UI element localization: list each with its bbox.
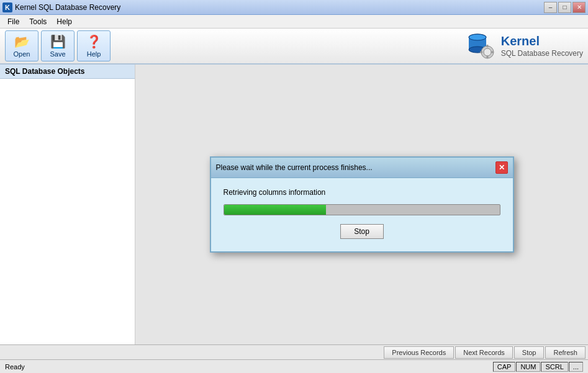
sidebar: SQL Database Objects [0,65,135,344]
logo-subtitle-text: SQL Database Recovery [501,49,583,59]
save-icon: 💾 [50,34,66,49]
logo-icon [465,31,495,61]
app-icon: K [2,2,12,12]
num-indicator: NUM [516,362,540,372]
previous-records-button[interactable]: Previous Records [384,346,454,359]
svg-point-3 [469,34,486,40]
menu-tools[interactable]: Tools [24,16,52,27]
status-text: Ready [5,363,25,371]
modal-message: Retrieving columns information [224,188,500,197]
close-button[interactable]: ✕ [572,2,586,13]
toolbar: 📂 Open 💾 Save ❓ Help [0,29,588,65]
refresh-button[interactable]: Refresh [545,346,586,359]
open-icon: 📂 [14,34,30,49]
modal-close-button[interactable]: ✕ [495,161,508,174]
svg-rect-7 [486,56,488,58]
modal-body: Retrieving columns information Stop [211,178,513,251]
modal-stop-button[interactable]: Stop [340,224,384,239]
minimize-button[interactable]: – [544,2,557,13]
maximize-button[interactable]: □ [558,2,571,13]
modal-title-bar: Please wait while the current process fi… [211,158,513,178]
menu-bar: File Tools Help [0,15,588,29]
status-bar: Ready CAP NUM SCRL ... [0,359,588,373]
modal-dialog: Please wait while the current process fi… [210,156,514,253]
status-indicators: CAP NUM SCRL ... [493,362,583,372]
cap-indicator: CAP [493,362,516,372]
menu-help[interactable]: Help [52,16,77,27]
svg-rect-8 [480,52,482,53]
svg-rect-9 [491,52,494,53]
extra-indicator: ... [569,362,583,372]
app-logo-text: Kernel SQL Database Recovery [501,33,583,59]
svg-rect-6 [486,45,488,47]
svg-point-5 [484,48,491,56]
sidebar-header: SQL Database Objects [0,65,135,79]
title-controls: – □ ✕ [544,2,586,13]
window-title: Kernel SQL Database Recovery [15,3,120,12]
open-button[interactable]: 📂 Open [5,30,38,61]
help-button[interactable]: ❓ Help [77,30,111,61]
save-button[interactable]: 💾 Save [41,30,75,61]
app-logo: Kernel SQL Database Recovery [465,31,583,61]
progress-bar-container [224,204,500,215]
progress-bar [224,205,326,215]
title-left: K Kernel SQL Database Recovery [2,2,120,12]
bottom-toolbar: Previous Records Next Records Stop Refre… [0,344,588,359]
title-bar: K Kernel SQL Database Recovery – □ ✕ [0,0,588,15]
stop-button[interactable]: Stop [514,346,545,359]
main-layout: SQL Database Objects Please wait while t… [0,65,588,344]
next-records-button[interactable]: Next Records [455,346,513,359]
logo-kernel-text: Kernel [501,33,583,49]
sidebar-content [0,79,135,344]
modal-overlay: Please wait while the current process fi… [135,65,588,344]
menu-file[interactable]: File [2,16,24,27]
content-area: Please wait while the current process fi… [135,65,588,344]
scrl-indicator: SCRL [541,362,568,372]
modal-title: Please wait while the current process fi… [216,163,373,172]
help-icon: ❓ [86,34,102,49]
